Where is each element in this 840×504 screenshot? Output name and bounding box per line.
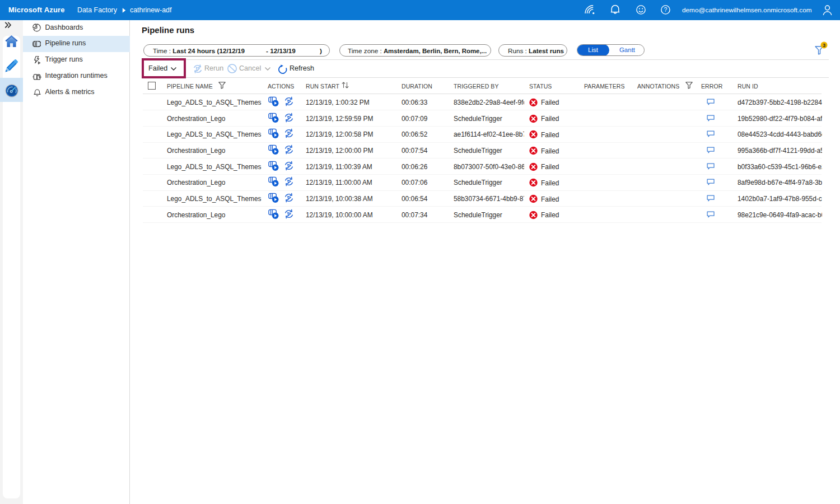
svg-text:?: ?	[664, 6, 668, 13]
svg-text:3: 3	[823, 43, 825, 48]
